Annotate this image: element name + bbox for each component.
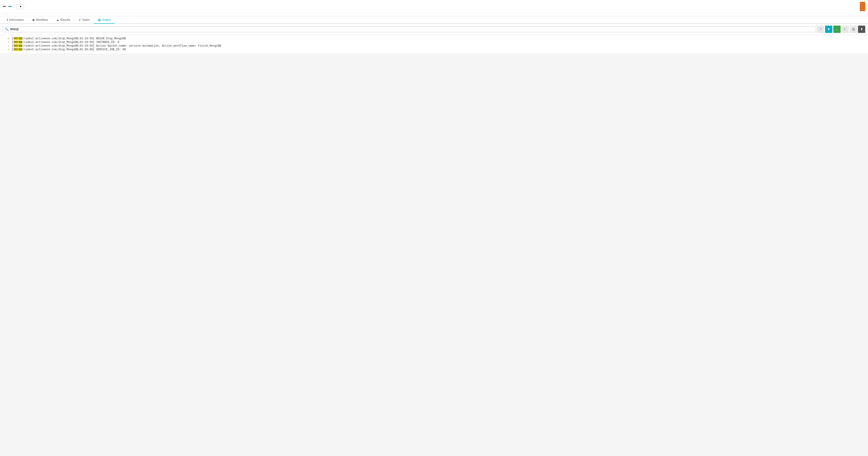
highlight-match: 96t8@ — [13, 48, 22, 51]
logo — [860, 2, 865, 11]
workflow-icon: ◉ — [32, 18, 35, 22]
copy-icon: ⧉ — [852, 27, 855, 31]
highlight-match: 96t8@ — [13, 44, 22, 48]
tab-output-label: Output — [102, 18, 111, 22]
regex-button[interactable]: .* — [817, 26, 824, 33]
search-input[interactable] — [10, 27, 814, 31]
log-line: 1[96t8@trydev2.activeeon.com;Stop_MongoD… — [0, 40, 868, 44]
line-number: 2 — [3, 45, 9, 47]
scroll-bottom-icon: ↓ — [836, 27, 838, 31]
line-number: 1 — [3, 41, 9, 44]
tasks-icon: ✔ — [79, 18, 81, 22]
filter-icon: ▼ — [827, 27, 831, 31]
highlight-match: 96t8@ — [13, 37, 22, 40]
regex-icon: .* — [819, 27, 822, 31]
tab-workflow-label: Workflow — [36, 18, 48, 22]
line-number: 0 — [3, 37, 9, 40]
log-text: [96t8@trydev2.activeeon.com;Stop_MongoDB… — [12, 48, 126, 51]
log-line: 2[96t8@trydev2.activeeon.com;Stop_MongoD… — [0, 44, 868, 48]
tab-information[interactable]: ℹ Information — [3, 16, 28, 24]
theme-icon: ☾ — [844, 27, 847, 31]
output-icon: ▦ — [98, 18, 101, 22]
log-line: 0[96t8@trydev2.activeeon.com;Stop_MongoD… — [0, 37, 868, 40]
log-line: 3[96t8@trydev2.activeeon.com;Stop_MongoD… — [0, 48, 868, 51]
top-header: ▾ — [0, 0, 868, 13]
tab-information-label: Information — [9, 18, 24, 22]
tab-bar: ℹ Information ◉ Workflow ☁ Results ✔ Tas… — [0, 16, 868, 24]
results-icon: ☁ — [56, 18, 59, 22]
copy-button[interactable]: ⧉ — [850, 26, 857, 33]
log-text: [96t8@trydev2.activeeon.com;Stop_MongoDB… — [12, 41, 119, 44]
highlight-match: 96t8@ — [13, 41, 22, 44]
theme-button[interactable]: ☾ — [841, 26, 849, 33]
tab-results[interactable]: ☁ Results — [52, 16, 74, 24]
scroll-bottom-button[interactable]: ↓ — [833, 26, 841, 33]
line-number: 3 — [3, 48, 9, 51]
info-icon: ℹ — [7, 18, 8, 22]
download-icon: ⬇ — [860, 27, 863, 31]
sub-header — [0, 13, 868, 16]
bucket-tag — [4, 15, 8, 15]
search-icon[interactable]: 🔍 — [5, 27, 9, 31]
running-status-badge — [8, 6, 12, 7]
tab-tasks-label: Tasks — [82, 18, 90, 22]
tab-output[interactable]: ▦ Output — [94, 16, 115, 24]
job-actions-button[interactable]: ▾ — [17, 4, 24, 9]
job-id-badge — [3, 6, 6, 7]
tab-tasks[interactable]: ✔ Tasks — [74, 16, 94, 24]
log-output: 0[96t8@trydev2.activeeon.com;Stop_MongoD… — [0, 35, 868, 53]
tab-workflow[interactable]: ◉ Workflow — [28, 16, 52, 24]
tab-results-label: Results — [60, 18, 70, 22]
log-text: [96t8@trydev2.activeeon.com;Stop_MongoDB… — [12, 37, 126, 40]
chevron-down-icon: ▾ — [20, 5, 22, 8]
log-text: [96t8@trydev2.activeeon.com;Stop_MongoDB… — [12, 44, 221, 48]
filter-button[interactable]: ▼ — [825, 26, 832, 33]
search-wrapper: 🔍 — [3, 26, 816, 32]
search-toolbar: 🔍 .* ▼ ↓ ☾ ⧉ ⬇ — [0, 24, 868, 35]
download-button[interactable]: ⬇ — [858, 26, 865, 33]
